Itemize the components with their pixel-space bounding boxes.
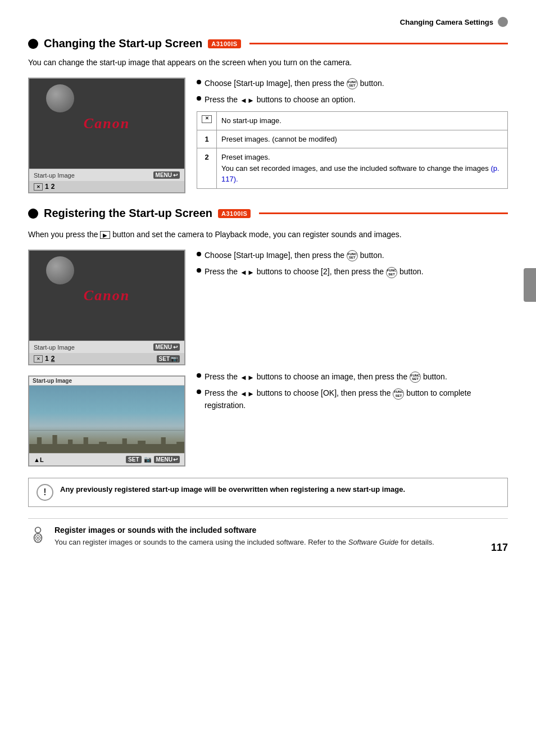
section1-right: Choose [Start-up Image], then press the … xyxy=(197,78,508,193)
section2-right-bottom: Press the ◄► buttons to choose an image,… xyxy=(197,371,508,467)
section2-title: Registering the Start-up Screen xyxy=(44,207,212,220)
camera-screen-inner-1: Canon xyxy=(29,79,184,169)
x-mark-2: ✕ xyxy=(37,356,40,361)
size-label: ▲L xyxy=(34,456,44,463)
set-button-3: SET xyxy=(126,456,141,463)
s2-bullet-1-dot xyxy=(197,252,201,256)
section1-content: Canon Start-up Image MENU ↩ ✕ 1 2 xyxy=(28,78,508,193)
section1-badge: A3100IS xyxy=(208,39,240,48)
section2-right-top: Choose [Start-up Image], then press the … xyxy=(197,250,508,365)
camera-screen-bottom-2: Start-up Image MENU ↩ xyxy=(29,341,184,353)
menu-button-2: MENU ↩ xyxy=(153,343,180,351)
s2-bullet-4: Press the ◄► buttons to choose [OK], the… xyxy=(197,387,508,411)
svg-line-10 xyxy=(35,540,36,541)
person-icon xyxy=(28,526,48,545)
table-val-x: No start-up image. xyxy=(217,112,508,130)
num1-2: 1 xyxy=(45,355,49,363)
playback-btn-icon: ▶ xyxy=(100,231,110,239)
camera-screen-inner-2: Canon xyxy=(29,251,184,341)
menu-button-1: MENU ↩ xyxy=(153,171,180,179)
lr-arrows-1: ◄► xyxy=(240,95,255,106)
section1-title: Changing the Start-up Screen xyxy=(44,37,202,50)
func-btn-s2-2: FUNCSET xyxy=(386,267,397,278)
table-row-1: 1 Preset images. (cannot be modifed) xyxy=(197,130,508,148)
tip-box: Register images or sounds with the inclu… xyxy=(28,518,508,548)
s2-bullet-2: Press the ◄► buttons to choose [2], then… xyxy=(197,266,508,278)
bullet-1-text: Choose [Start-up Image], then press the … xyxy=(205,78,384,89)
camera-screen-bottom-1: Start-up Image MENU ↩ xyxy=(29,169,184,181)
s2-bullet-3-text: Press the ◄► buttons to choose an image,… xyxy=(205,371,447,383)
canon-logo-2: Canon xyxy=(84,287,130,304)
menu-button-3: MENU ↩ xyxy=(154,456,180,463)
section2-line xyxy=(259,212,508,214)
table-val-2: Preset images.You can set recorded image… xyxy=(217,148,508,189)
link-p117: (p. 117). xyxy=(221,164,499,184)
section2-dot-icon xyxy=(28,209,38,219)
svg-point-0 xyxy=(35,527,41,533)
page-number: 117 xyxy=(491,542,508,554)
camera-screen-2: Canon Start-up Image MENU ↩ ✕ 1 2 SET 📷 xyxy=(28,250,185,365)
s2-bullet-4-dot xyxy=(197,390,201,394)
s2-bullet-2-text: Press the ◄► buttons to choose [2], then… xyxy=(205,266,424,278)
lr-arrows-s2-2: ◄► xyxy=(240,372,255,383)
camera-screen-1: Canon Start-up Image MENU ↩ ✕ 1 2 xyxy=(28,78,185,193)
func-btn-s2-4: FUNCSET xyxy=(393,388,404,400)
tip-title: Register images or sounds with the inclu… xyxy=(54,526,434,535)
camera-screen-icons-1: ✕ 1 2 xyxy=(29,181,184,192)
landscape-screen: Start-up Image ▲L SET 📷 MENU ↩ xyxy=(28,375,185,467)
tip-body: You can register images or sounds to the… xyxy=(54,537,434,548)
section2-badge: A3100IS xyxy=(218,209,251,218)
func-btn-1: FUNCSET xyxy=(347,78,358,89)
canon-logo-1: Canon xyxy=(84,115,130,132)
startup-label-2: Start-up Image xyxy=(34,344,75,351)
table-key-x: ✕ xyxy=(197,112,217,130)
section2-left-top: Canon Start-up Image MENU ↩ ✕ 1 2 SET 📷 xyxy=(28,250,185,365)
section2-title-row: Registering the Start-up Screen A3100IS xyxy=(28,207,508,220)
no-image-icon-2: ✕ xyxy=(34,355,43,363)
section1-bullets: Choose [Start-up Image], then press the … xyxy=(197,78,508,106)
number-2: 2 xyxy=(51,183,55,191)
number-1: 1 xyxy=(45,183,49,191)
landscape-bottom-bar: ▲L SET 📷 MENU ↩ xyxy=(29,453,184,465)
func-btn-s2-3: FUNCSET xyxy=(410,372,421,383)
set-menu-row: SET 📷 MENU ↩ xyxy=(126,456,180,463)
header-title: Changing Camera Settings xyxy=(400,18,493,26)
section2-content-bottom: Start-up Image ▲L SET 📷 MENU ↩ xyxy=(28,371,508,467)
circle-deco-2-icon xyxy=(46,256,74,284)
note-box: ! Any previously registered start-up ima… xyxy=(28,478,508,507)
section1-title-row: Changing the Start-up Screen A3100IS xyxy=(28,37,508,50)
bullet-2-dot xyxy=(197,96,201,101)
section2-content-top: Canon Start-up Image MENU ↩ ✕ 1 2 SET 📷 xyxy=(28,250,508,365)
num2-2: 2 xyxy=(51,355,55,363)
section2-intro: When you press the ▶ button and set the … xyxy=(28,229,508,241)
camera-screen-icons-2: ✕ 1 2 SET 📷 xyxy=(29,353,184,364)
bullet-2-text: Press the ◄► buttons to choose an option… xyxy=(205,94,356,106)
set-button-2: SET 📷 xyxy=(157,355,180,363)
lr-arrows-s2-3: ◄► xyxy=(240,388,255,400)
lr-arrows-s2-1: ◄► xyxy=(240,267,255,278)
option-table-1: ✕ No start-up image. 1 Preset images. (c… xyxy=(197,111,508,189)
svg-line-8 xyxy=(40,540,40,541)
note-icon: ! xyxy=(37,484,53,501)
header-dot-icon xyxy=(498,17,508,27)
tip-icon xyxy=(28,526,48,545)
horizon-line xyxy=(29,430,184,431)
number-row-2: ✕ 1 2 xyxy=(34,355,54,363)
camera-icon-3: 📷 xyxy=(144,456,152,463)
page-header: Changing Camera Settings xyxy=(28,17,508,27)
landscape-image xyxy=(29,386,184,453)
section2-left-bottom: Start-up Image ▲L SET 📷 MENU ↩ xyxy=(28,371,185,467)
s2-bullet-1: Choose [Start-up Image], then press the … xyxy=(197,250,508,261)
landscape-top-bar: Start-up Image xyxy=(29,377,184,386)
svg-line-7 xyxy=(35,535,36,536)
s2-bullet-3-dot xyxy=(197,373,201,378)
table-row-x: ✕ No start-up image. xyxy=(197,112,508,130)
bullet-1-dot xyxy=(197,80,201,84)
s2-bullet-4-text: Press the ◄► buttons to choose [OK], the… xyxy=(205,387,508,411)
table-val-1: Preset images. (cannot be modifed) xyxy=(217,130,508,148)
svg-point-11 xyxy=(37,537,39,539)
number-row-1: ✕ 1 2 xyxy=(34,183,54,191)
bullet-item-2: Press the ◄► buttons to choose an option… xyxy=(197,94,508,106)
svg-line-9 xyxy=(40,535,40,536)
section2-bullets1: Choose [Start-up Image], then press the … xyxy=(197,250,508,278)
